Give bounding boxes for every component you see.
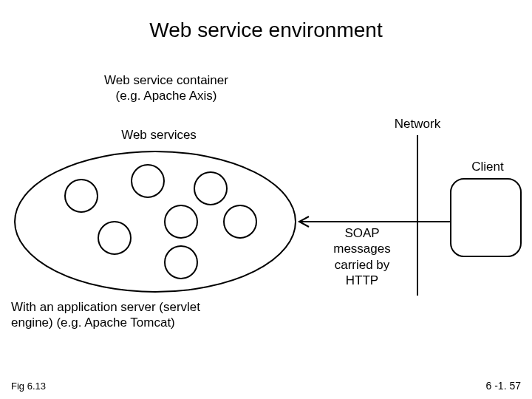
- service-circle: [132, 165, 164, 197]
- container-label: Web service container(e.g. Apache Axis): [92, 72, 240, 104]
- page-number: 6 -1. 57: [486, 380, 521, 392]
- appserver-label: With an application server (servletengin…: [11, 299, 248, 331]
- service-circle: [194, 172, 227, 205]
- service-circle: [165, 205, 197, 238]
- client-label: Client: [462, 159, 514, 174]
- network-label: Network: [384, 116, 451, 132]
- service-circle: [224, 205, 256, 238]
- client-box: [451, 179, 521, 256]
- services-label: Web services: [115, 127, 203, 143]
- service-circle: [98, 222, 131, 254]
- services-ellipse: [15, 151, 296, 292]
- diagram-svg: [0, 0, 532, 399]
- service-circle: [165, 246, 197, 279]
- figure-number: Fig 6.13: [11, 381, 46, 392]
- service-circle: [65, 180, 98, 212]
- soap-label: SOAPmessagescarried byHTTP: [325, 225, 399, 288]
